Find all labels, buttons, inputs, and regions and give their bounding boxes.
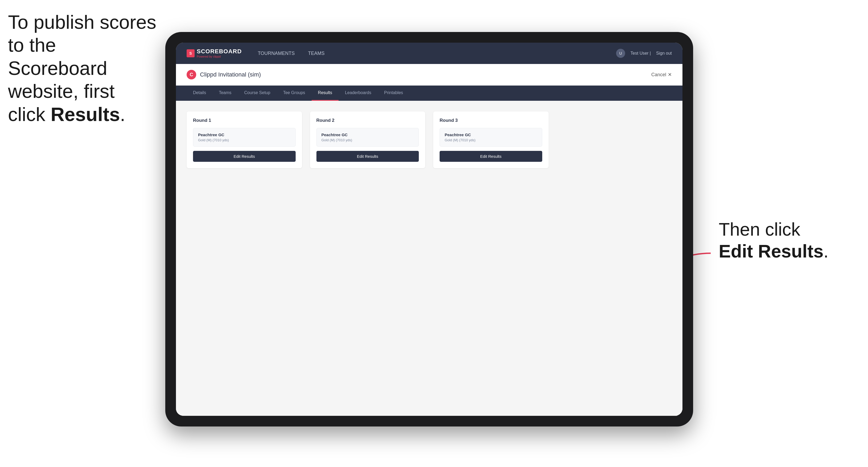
logo-area: S SCOREBOARD Powered by clippd (187, 49, 242, 58)
round-1-course-name: Peachtree GC (198, 132, 290, 137)
instruction-left: To publish scores to the Scoreboard webs… (8, 11, 157, 126)
sign-out-button[interactable]: Sign out (656, 51, 672, 56)
round-2-card: Round 2 Peachtree GC Gold (M) (7010 yds)… (310, 112, 426, 168)
round-1-edit-results-button[interactable]: Edit Results (193, 151, 296, 162)
nav-links: TOURNAMENTS TEAMS (258, 51, 616, 56)
rounds-grid: Round 1 Peachtree GC Gold (M) (7010 yds)… (187, 112, 672, 168)
instruction-right: Then click Edit Results. (719, 219, 852, 262)
clippd-icon: C (187, 70, 196, 80)
tournament-title: C Clippd Invitational (sim) (187, 70, 261, 80)
round-1-title: Round 1 (193, 118, 296, 123)
scoreboard-icon: S (187, 49, 195, 57)
round-4-card-empty (557, 112, 672, 168)
round-1-course-details: Gold (M) (7010 yds) (198, 138, 290, 142)
logo-text: SCOREBOARD (197, 49, 242, 54)
tab-bar: Details Teams Course Setup Tee Groups Re… (176, 86, 682, 101)
tournament-header: C Clippd Invitational (sim) Cancel ✕ (176, 64, 682, 86)
round-3-course-details: Gold (M) (7010 yds) (445, 138, 537, 142)
round-1-course-card: Peachtree GC Gold (M) (7010 yds) (193, 128, 296, 147)
round-2-course-name: Peachtree GC (321, 132, 414, 137)
cancel-x-icon: ✕ (668, 72, 672, 77)
round-2-course-card: Peachtree GC Gold (M) (7010 yds) (316, 128, 419, 147)
nav-tournaments[interactable]: TOURNAMENTS (258, 51, 295, 56)
round-1-card: Round 1 Peachtree GC Gold (M) (7010 yds)… (187, 112, 302, 168)
tab-details[interactable]: Details (187, 86, 213, 101)
tab-course-setup[interactable]: Course Setup (238, 86, 277, 101)
results-content: Round 1 Peachtree GC Gold (M) (7010 yds)… (176, 101, 682, 416)
user-name: Test User | (630, 51, 651, 56)
tab-teams[interactable]: Teams (213, 86, 238, 101)
tab-leaderboards[interactable]: Leaderboards (339, 86, 378, 101)
round-3-title: Round 3 (440, 118, 542, 123)
nav-right: U Test User | Sign out (616, 49, 672, 58)
content-area: C Clippd Invitational (sim) Cancel ✕ Det… (176, 64, 682, 416)
tablet-frame: S SCOREBOARD Powered by clippd TOURNAMEN… (165, 32, 693, 427)
tab-results[interactable]: Results (312, 86, 339, 101)
round-3-edit-results-button[interactable]: Edit Results (440, 151, 542, 162)
tournament-name: Clippd Invitational (sim) (200, 71, 261, 78)
round-2-title: Round 2 (316, 118, 419, 123)
cancel-button[interactable]: Cancel ✕ (651, 72, 672, 77)
user-avatar: U (616, 49, 625, 58)
tablet-screen: S SCOREBOARD Powered by clippd TOURNAMEN… (176, 43, 682, 416)
logo-sub: Powered by clippd (197, 55, 242, 58)
top-nav: S SCOREBOARD Powered by clippd TOURNAMEN… (176, 43, 682, 64)
round-3-course-name: Peachtree GC (445, 132, 537, 137)
round-3-card: Round 3 Peachtree GC Gold (M) (7010 yds)… (433, 112, 549, 168)
tab-tee-groups[interactable]: Tee Groups (277, 86, 312, 101)
nav-teams[interactable]: TEAMS (308, 51, 325, 56)
round-2-edit-results-button[interactable]: Edit Results (316, 151, 419, 162)
round-3-course-card: Peachtree GC Gold (M) (7010 yds) (440, 128, 542, 147)
tab-printables[interactable]: Printables (378, 86, 409, 101)
round-2-course-details: Gold (M) (7010 yds) (321, 138, 414, 142)
